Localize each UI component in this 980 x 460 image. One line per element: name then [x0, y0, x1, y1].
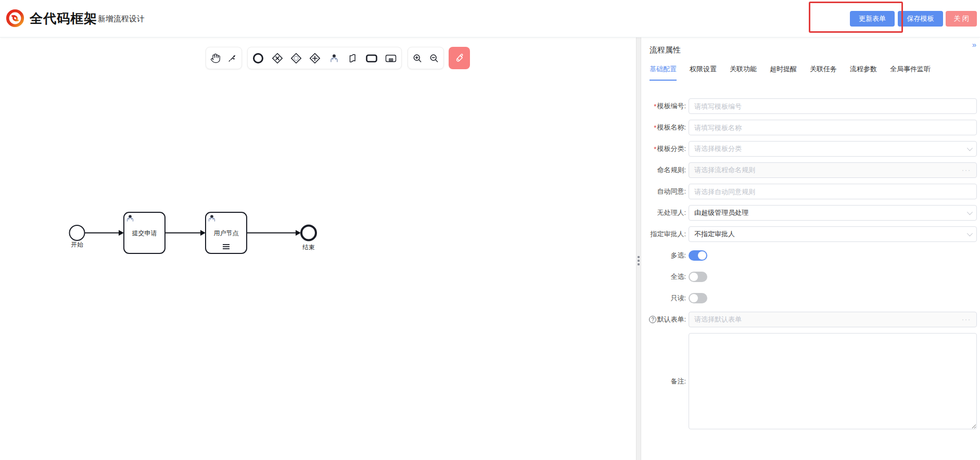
- chevron-down-icon: [967, 209, 973, 215]
- form-row-assigned-approver: 指定审批人: 不指定审批人: [641, 226, 977, 242]
- tab-process-params[interactable]: 流程参数: [850, 65, 877, 81]
- auto-agree-input[interactable]: [694, 188, 971, 196]
- select-all-toggle[interactable]: [689, 272, 707, 282]
- panel-title: 流程属性: [650, 45, 681, 55]
- form-row-naming-rule: 命名规则: 请选择流程命名规则 ···: [641, 162, 977, 178]
- naming-rule-picker[interactable]: 请选择流程命名规则 ···: [689, 162, 977, 178]
- template-code-label: 模板编号:: [657, 101, 686, 111]
- bpmn-canvas[interactable]: 开始 提交申请 用户节点 结束: [0, 37, 636, 460]
- required-mark: *: [654, 145, 656, 153]
- chevron-down-icon: [967, 145, 973, 151]
- tab-permission-settings[interactable]: 权限设置: [690, 65, 717, 81]
- form-row-template-name: *模板名称:: [641, 120, 977, 135]
- page-title: 新增流程设计: [98, 14, 145, 24]
- form-row-template-code: *模板编号:: [641, 98, 977, 114]
- form-row-read-only: 只读:: [641, 290, 977, 306]
- template-name-input[interactable]: [694, 124, 971, 132]
- panel-resize-gutter[interactable]: [636, 37, 641, 460]
- multi-select-toggle[interactable]: [689, 250, 707, 261]
- form-row-template-category: *模板分类: 请选择模板分类: [641, 141, 977, 157]
- brand-name: 全代码框架: [30, 10, 97, 27]
- assigned-approver-label: 指定审批人:: [641, 229, 689, 239]
- tab-basic-config[interactable]: 基础配置: [650, 65, 677, 81]
- panel-tabs: 基础配置 权限设置 关联功能 超时提醒 关联任务 流程参数 全局事件监听: [650, 65, 931, 81]
- drag-handle-icon[interactable]: [638, 256, 640, 265]
- start-event-label: 开始: [71, 241, 84, 248]
- form-row-no-handler: 无处理人: 由超级管理员处理: [641, 205, 977, 221]
- task-submit-label: 提交申请: [132, 229, 157, 237]
- default-form-picker[interactable]: 请选择默认表单 ···: [689, 312, 977, 327]
- task-usernode-label: 用户节点: [214, 229, 239, 237]
- auto-agree-label: 自动同意:: [641, 187, 689, 196]
- template-name-label: 模板名称:: [657, 123, 686, 132]
- help-question-icon[interactable]: ?: [649, 316, 656, 323]
- no-handler-label: 无处理人:: [641, 208, 689, 218]
- ellipsis-icon: ···: [962, 316, 971, 323]
- update-form-button[interactable]: 更新表单: [850, 11, 895, 27]
- required-mark: *: [654, 103, 656, 110]
- tab-related-functions[interactable]: 关联功能: [730, 65, 757, 81]
- select-all-label: 全选:: [641, 272, 689, 282]
- no-handler-select[interactable]: 由超级管理员处理: [689, 205, 977, 221]
- properties-panel: » 流程属性 基础配置 权限设置 关联功能 超时提醒 关联任务 流程参数 全局事…: [641, 37, 980, 460]
- end-event-label: 结束: [302, 244, 315, 250]
- tab-global-event-listener[interactable]: 全局事件监听: [890, 65, 931, 81]
- assigned-approver-select[interactable]: 不指定审批人: [689, 226, 977, 242]
- ellipsis-icon: ···: [962, 167, 971, 174]
- read-only-label: 只读:: [641, 293, 689, 303]
- close-button[interactable]: 关 闭: [946, 11, 977, 27]
- form-row-auto-agree: 自动同意:: [641, 184, 977, 199]
- template-category-select[interactable]: 请选择模板分类: [689, 141, 977, 157]
- tab-related-tasks[interactable]: 关联任务: [810, 65, 837, 81]
- form-row-default-form: ? 默认表单: 请选择默认表单 ···: [641, 312, 977, 327]
- tab-timeout-reminder[interactable]: 超时提醒: [770, 65, 797, 81]
- basic-config-form: *模板编号: *模板名称: *模板分类: 请选择模板分类 命名规则: 请选择流程…: [641, 98, 980, 435]
- form-row-remark: 备注:: [641, 333, 977, 429]
- default-form-label: 默认表单:: [657, 315, 686, 324]
- collapse-panel-icon[interactable]: »: [972, 41, 976, 48]
- multi-select-label: 多选:: [641, 251, 689, 260]
- save-template-button[interactable]: 保存模板: [898, 11, 943, 27]
- required-mark: *: [654, 124, 656, 132]
- app-logo: 全代码框架: [5, 8, 97, 28]
- start-event-node[interactable]: [70, 225, 85, 240]
- naming-rule-label: 命名规则:: [641, 165, 689, 175]
- bpmn-diagram: 开始 提交申请 用户节点 结束: [0, 37, 636, 460]
- chevron-down-icon: [967, 231, 973, 236]
- remark-label: 备注:: [641, 377, 689, 386]
- form-row-select-all: 全选:: [641, 269, 977, 285]
- remark-textarea[interactable]: [689, 333, 977, 429]
- app-header: 全代码框架 新增流程设计 更新表单 保存模板 关 闭: [0, 0, 980, 37]
- form-row-multi-select: 多选:: [641, 248, 977, 263]
- brand-logo-icon: [5, 8, 25, 28]
- template-category-label: 模板分类:: [657, 144, 686, 154]
- end-event-node[interactable]: [301, 226, 316, 240]
- template-code-input[interactable]: [694, 103, 971, 110]
- read-only-toggle[interactable]: [689, 293, 707, 303]
